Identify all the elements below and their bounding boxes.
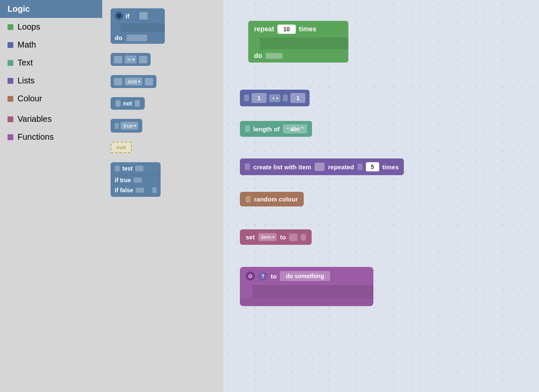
math-op-dropdown[interactable]: +: [269, 94, 281, 102]
functions-dot: [8, 134, 13, 140]
sidebar: Logic Loops Math Text Lists Colour Varia…: [0, 0, 102, 392]
func-to-label: to: [271, 273, 277, 280]
test-left-notch: [115, 166, 120, 171]
abc-label: abc: [290, 126, 300, 132]
if-inner: [121, 23, 165, 32]
sidebar-item-text[interactable]: Text: [0, 54, 102, 72]
create-list-label: create list with item: [253, 163, 311, 171]
do-row: do: [111, 32, 165, 44]
length-left-notch: [245, 126, 250, 132]
math-b-slot[interactable]: 1: [290, 93, 305, 103]
create-list-block[interactable]: create list with item repeated 5 times: [240, 158, 404, 175]
list-left-notch: [245, 163, 250, 170]
not-label: not: [123, 100, 132, 107]
func-name-slot[interactable]: do something: [280, 271, 330, 281]
list-times-slot[interactable]: 5: [366, 162, 379, 171]
do-bottom: do: [248, 49, 348, 63]
times2-label: times: [383, 163, 399, 171]
random-colour-label: random colour: [254, 196, 298, 203]
sidebar-item-label: Math: [18, 40, 36, 50]
sidebar-item-label: Colour: [18, 94, 42, 103]
do-label: do: [254, 52, 262, 60]
if-slot: [139, 12, 148, 20]
set-value-slot: [289, 234, 297, 241]
true-block[interactable]: true: [111, 119, 142, 133]
variables-dot: [8, 116, 13, 122]
true-dropdown[interactable]: true: [121, 122, 138, 130]
abc-slot[interactable]: ❝ abc ❞: [283, 124, 307, 133]
repeat-block[interactable]: repeat 10 times do: [248, 21, 348, 63]
not-block[interactable]: not: [111, 97, 145, 110]
not-left-slot: [116, 100, 121, 107]
repeat-label: repeat: [254, 25, 274, 33]
times-label: times: [299, 25, 317, 33]
sidebar-item-functions[interactable]: Functions: [0, 128, 102, 146]
sidebar-item-label: Lists: [18, 76, 35, 85]
repeat-times-slot[interactable]: 10: [277, 25, 296, 34]
sidebar-item-label: Loops: [18, 22, 40, 32]
colour-left-notch: [246, 196, 251, 203]
sidebar-item-label: Logic: [8, 4, 30, 14]
if-true-slot: [133, 178, 142, 183]
func-bottom: [240, 299, 373, 306]
list-mid-notch: [358, 163, 363, 170]
eq-dropdown[interactable]: =: [125, 55, 136, 63]
sidebar-item-loops[interactable]: Loops: [0, 18, 102, 36]
close-quote: ❞: [301, 126, 304, 132]
if-true-label: if true: [115, 177, 131, 183]
length-of-block[interactable]: length of ❝ abc ❞: [240, 121, 312, 137]
sidebar-item-variables[interactable]: Variables: [0, 110, 102, 128]
test-label: test: [122, 165, 133, 172]
eq-right-slot: [139, 56, 147, 63]
loops-dot: [8, 24, 13, 30]
set-right-notch: [301, 234, 306, 241]
random-colour-block[interactable]: random colour: [240, 192, 304, 206]
function-block[interactable]: ⚙ ? to do something: [240, 267, 373, 306]
if-false-slot: [136, 188, 144, 193]
test-slot: [135, 166, 144, 171]
if-false-label: if false: [115, 187, 133, 193]
and-right-slot: [145, 78, 153, 85]
gear-icon: ⚙: [115, 12, 123, 20]
and-dropdown[interactable]: and: [125, 78, 142, 85]
test-block[interactable]: test if true if false: [111, 162, 161, 197]
sidebar-item-label: Functions: [18, 132, 54, 142]
null-label[interactable]: null: [111, 142, 132, 153]
null-block[interactable]: null: [111, 142, 132, 153]
do-label: do: [115, 34, 122, 41]
and-block[interactable]: and: [111, 75, 156, 88]
repeated-label: repeated: [328, 163, 354, 171]
set-label: set: [246, 234, 255, 241]
math-a-slot[interactable]: 1: [252, 93, 267, 103]
if-do-block[interactable]: ⚙ if do: [111, 8, 165, 44]
func-gear-icon: ⚙: [246, 271, 255, 281]
canvas: repeat 10 times do 1 + 1: [223, 0, 539, 392]
eq-block[interactable]: =: [111, 53, 151, 66]
lists-dot: [8, 78, 13, 84]
math-left-notch: [244, 95, 249, 101]
and-left-slot: [114, 78, 122, 85]
item-dropdown[interactable]: item: [258, 233, 277, 241]
func-inner: [252, 285, 373, 299]
sidebar-item-label: Text: [18, 58, 33, 68]
math-add-block[interactable]: 1 + 1: [240, 90, 310, 106]
do-slot: [126, 35, 147, 41]
open-quote: ❝: [286, 126, 289, 132]
sidebar-item-math[interactable]: Math: [0, 36, 102, 54]
math-mid-notch: [283, 95, 288, 101]
func-q-icon: ?: [258, 271, 267, 281]
sidebar-item-lists[interactable]: Lists: [0, 72, 102, 90]
list-item-slot: [315, 163, 325, 171]
not-right-slot: [135, 100, 140, 107]
colour-dot: [8, 96, 13, 102]
if-label: if: [126, 13, 129, 20]
set-block[interactable]: set item to: [240, 229, 312, 245]
block-panel: ⚙ if do = and: [102, 0, 223, 392]
math-dot: [8, 42, 13, 48]
sidebar-item-label: Variables: [18, 114, 52, 124]
sidebar-item-colour[interactable]: Colour: [0, 90, 102, 108]
eq-left-slot: [114, 56, 122, 63]
text-dot: [8, 60, 13, 66]
sidebar-item-logic[interactable]: Logic: [0, 0, 102, 18]
true-left-notch: [115, 123, 119, 129]
